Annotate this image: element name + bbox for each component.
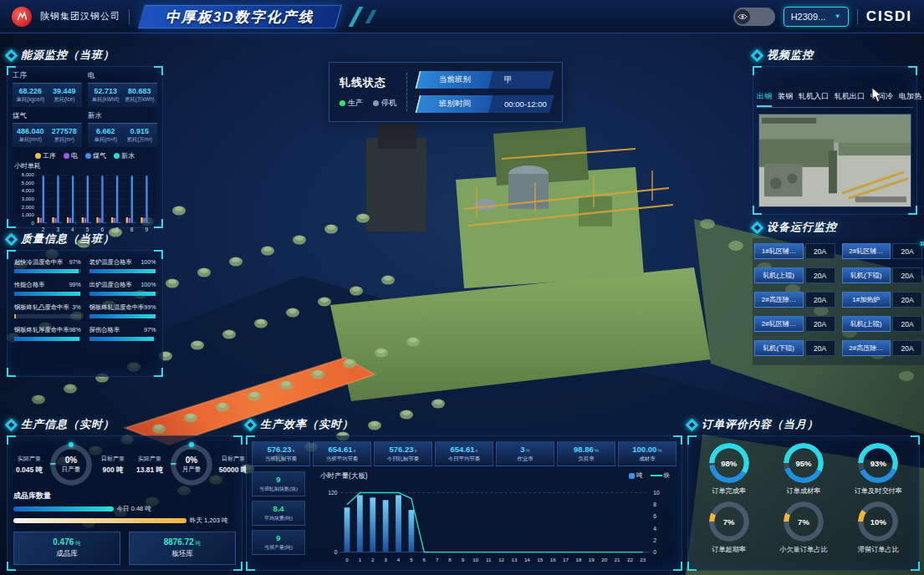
svg-text:15: 15 — [537, 557, 543, 562]
vertical-divider — [406, 73, 407, 111]
equipment-item[interactable]: 1#加热炉20A — [842, 292, 923, 308]
company-logo-icon — [12, 7, 32, 27]
ring-percent: 0% — [186, 455, 197, 465]
legend-dot-icon — [114, 153, 120, 159]
header-divider — [857, 9, 858, 24]
stat-unit: s — [293, 448, 295, 453]
quality-bar-fill — [14, 314, 16, 318]
visibility-toggle[interactable] — [733, 8, 775, 26]
panel-title: 生产信息（实时） — [21, 417, 115, 432]
svg-text:10: 10 — [472, 557, 478, 562]
equipment-item[interactable]: 2#高压除…20A — [754, 292, 835, 308]
equipment-item[interactable]: 2#轧区辅…20A — [842, 243, 923, 259]
video-monitor-panel: 视频监控 出钢装钢轧机入口轧机出口中间冷电加热 — [753, 47, 917, 215]
stat-unit: % — [595, 448, 599, 453]
cctv-video-thumbnail[interactable] — [758, 114, 911, 207]
equipment-item[interactable]: 1#轧区辅…20A — [754, 243, 835, 259]
equipment-item[interactable]: 轧机(上辊)20A — [842, 316, 923, 332]
panel-diamond-icon — [753, 223, 762, 232]
energy-value: 80.683 — [123, 87, 157, 95]
energy-chart-title: 小时单耗 — [8, 161, 162, 170]
svg-text:17: 17 — [563, 557, 569, 562]
quality-metric: 探伤合格率97% — [89, 326, 156, 341]
energy-value: 52.713 — [89, 87, 123, 95]
camera-tab-5[interactable]: 中间冷 — [870, 89, 893, 107]
order-gauge-label: 滞留订单占比 — [858, 545, 899, 554]
equipment-value: 20A — [892, 243, 922, 259]
panel-diamond-icon — [687, 420, 697, 430]
camera-tab-3[interactable]: 轧机入口 — [799, 89, 829, 107]
quality-percent: 97% — [69, 259, 81, 265]
energy-metric: 80.683累耗(万kWh) — [123, 87, 157, 104]
energy-unit: 累耗(万kWh) — [123, 96, 157, 104]
stat-unit: s — [354, 448, 356, 453]
efficiency-side-stats: 9当班轧制块数(块)8.4平均块重(吨)9当班产量(吨) — [252, 471, 305, 565]
stat-value: 100.00% — [620, 445, 675, 454]
expand-chevron-icon[interactable]: » — [920, 237, 924, 249]
shift-field: 当前班别甲 — [415, 71, 554, 89]
equipment-item[interactable]: 轧机(下辊)20A — [754, 340, 835, 356]
hourly-output-chart-zone: 小时产量(大板) 吨块 0120024681001234567891011121… — [310, 471, 676, 565]
quality-bar-track — [89, 269, 156, 273]
order-gauge-label: 小欠量订单占比 — [779, 545, 827, 554]
legend-dot-icon — [64, 153, 69, 159]
equipment-item[interactable]: 2#轧区辅…20A — [754, 316, 835, 332]
camera-tab-4[interactable]: 轧机出口 — [835, 89, 865, 107]
quality-label: 超快冷温度命中率 — [14, 258, 63, 267]
legend-label: 工序 — [43, 151, 56, 160]
legend-line-icon — [651, 475, 662, 476]
svg-text:2: 2 — [371, 557, 375, 562]
svg-text:13: 13 — [512, 557, 518, 562]
camera-tab-6[interactable]: 电加热 — [899, 89, 921, 107]
legend-label: 块 — [664, 471, 671, 480]
equipment-item[interactable]: 轧机(下辊)20A — [842, 267, 923, 283]
svg-text:1,000: 1,000 — [22, 212, 35, 217]
legend-dot-icon — [35, 153, 41, 159]
panel-diamond-icon — [246, 420, 255, 430]
order-gauge-percent: 93% — [870, 459, 886, 468]
equipment-item[interactable]: 2#高压除…20A — [842, 340, 923, 356]
order-gauge-percent: 95% — [795, 459, 811, 468]
inventory-bar-label: 今日 0.48 吨 — [117, 505, 151, 513]
page-title-plate: 中厚板3D数字化产线 — [138, 5, 342, 28]
order-gauge: 93%订单及时交付率 — [843, 443, 914, 496]
efficiency-stats-row: 576.23s当班轧制节奏654.61s当班平均节奏576.23s今日轧制节奏6… — [247, 436, 682, 470]
svg-text:2,000: 2,000 — [22, 205, 35, 210]
energy-unit: 单耗(m³/t) — [13, 136, 48, 144]
svg-text:5: 5 — [410, 557, 413, 562]
equipment-value: 20A — [805, 340, 835, 356]
panel-title: 生产效率（实时） — [260, 417, 354, 432]
svg-text:0: 0 — [31, 221, 34, 226]
order-gauge: 98%订单完成率 — [693, 443, 764, 496]
camera-tab-2[interactable]: 装钢 — [778, 89, 793, 107]
order-gauge-label: 订单及时交付率 — [855, 486, 902, 496]
quality-info-panel: 质量信息（当班） 超快冷温度命中率97%装炉温度合格率100%性能合格率99%出… — [7, 231, 163, 377]
equipment-value: 20A — [805, 292, 835, 308]
camera-tabs: 出钢装钢轧机入口轧机出口中间冷电加热 — [757, 89, 913, 108]
svg-text:0: 0 — [345, 557, 349, 562]
equipment-item[interactable]: 轧机(上辊)20A — [754, 267, 835, 283]
quality-metric: 性能合格率99% — [14, 281, 81, 296]
equipment-value: 20A — [892, 340, 922, 356]
inventory-bars: 今日 0.48 吨昨天 1,203 吨 — [8, 501, 242, 525]
energy-chart-legend: 工序电煤气新水 — [8, 151, 162, 160]
order-ring: 7% — [709, 501, 749, 542]
camera-tab-1[interactable]: 出钢 — [757, 89, 772, 107]
efficiency-stat: 576.23s今日轧制节奏 — [374, 441, 432, 466]
warehouse-card[interactable]: 8876.72吨板坯库 — [129, 532, 236, 565]
heat-number-dropdown[interactable]: H2309... ▼ — [784, 7, 849, 27]
quality-percent: 3% — [73, 304, 81, 310]
warehouse-card[interactable]: 0.476吨成品库 — [13, 532, 120, 565]
dashboard-root: 陕钢集团汉钢公司 中厚板3D数字化产线 H2309... ▼ CISDI 能源监… — [0, 0, 924, 575]
output-gauge-group: 实际产量13.81 吨0%月产量目标产量50000 吨 — [131, 444, 252, 486]
quality-bar-track — [14, 337, 81, 341]
stat-label: 当班平均节奏 — [314, 455, 370, 463]
actual-output: 实际产量0.045 吨 — [11, 455, 48, 476]
order-ring: 93% — [858, 443, 898, 483]
stat-unit: % — [525, 448, 529, 453]
svg-text:11: 11 — [486, 557, 492, 562]
warehouse-value: 0.476吨 — [53, 537, 81, 547]
svg-text:9: 9 — [462, 557, 465, 562]
svg-text:3,000: 3,000 — [22, 196, 35, 201]
actual-output-value: 0.045 吨 — [11, 466, 48, 476]
